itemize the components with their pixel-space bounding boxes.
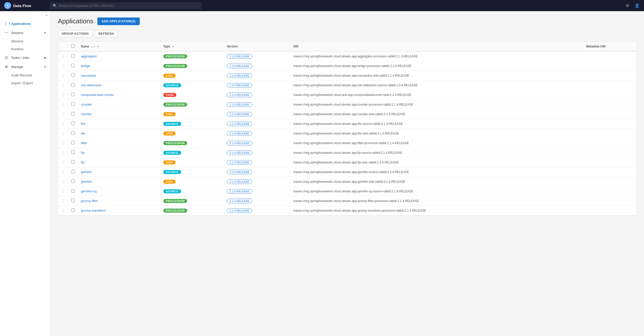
page-title: Applications xyxy=(58,17,93,25)
row-type-5: PROCESSOR xyxy=(160,100,224,109)
row-name-4: composed-task-runner xyxy=(78,90,160,100)
sidebar-sub-runtime[interactable]: Runtime xyxy=(11,45,50,53)
row-menu-0[interactable]: ⋮ xyxy=(58,51,68,61)
row-name-link-10[interactable]: ftp xyxy=(81,151,84,155)
name-sort-icons[interactable]: ▲▼ xyxy=(91,46,95,48)
refresh-button[interactable]: REFRESH xyxy=(95,30,118,37)
sidebar-item-applications[interactable]: ⋮⋮ Applications xyxy=(0,19,50,28)
row-uri-1: maven://org.springframework.cloud.stream… xyxy=(290,61,583,71)
sidebar-sub-import-export[interactable]: Import / Export xyxy=(11,79,50,87)
row-checkbox-10[interactable] xyxy=(71,150,75,154)
sidebar-sub-streams[interactable]: Streams xyxy=(11,37,50,45)
row-menu-16[interactable]: ⋮ xyxy=(58,206,68,215)
row-uri-16: maven://org.springframework.cloud.stream… xyxy=(290,206,583,215)
row-checkbox-cell-10 xyxy=(68,148,78,158)
row-checkbox-cell-5 xyxy=(68,100,78,109)
row-menu-3[interactable]: ⋮ xyxy=(58,80,68,90)
row-uri-10: maven://org.springframework.cloud.stream… xyxy=(290,148,583,158)
table-row: ⋮ file SOURCE 2.1.4.RELEASE maven://org.… xyxy=(58,119,637,129)
row-menu-6[interactable]: ⋮ xyxy=(58,109,68,119)
row-name-link-3[interactable]: cdc-debezium xyxy=(81,83,101,87)
row-menu-15[interactable]: ⋮ xyxy=(58,196,68,206)
row-name-link-13[interactable]: gemfire xyxy=(81,180,92,183)
row-name-link-15[interactable]: groovy-filter xyxy=(81,199,98,203)
tasks-icon: ☑ xyxy=(4,56,9,60)
row-checkbox-5[interactable] xyxy=(71,102,75,106)
logo-icon xyxy=(4,2,11,9)
row-checkbox-16[interactable] xyxy=(71,208,75,212)
user-icon[interactable]: 👤 xyxy=(634,3,640,8)
row-name-link-14[interactable]: gemfire-cq xyxy=(81,189,96,193)
row-name-link-6[interactable]: counter xyxy=(81,112,92,116)
row-checkbox-4[interactable] xyxy=(71,93,75,96)
row-name-link-9[interactable]: filter xyxy=(81,141,87,145)
row-checkbox-12[interactable] xyxy=(71,170,75,173)
row-checkbox-2[interactable] xyxy=(71,73,75,77)
row-checkbox-15[interactable] xyxy=(71,199,75,202)
manage-chevron-icon: ▼ xyxy=(44,65,46,68)
name-filter-icon[interactable]: ▼ xyxy=(97,45,99,48)
row-name-link-11[interactable]: ftp xyxy=(81,160,84,164)
row-name-link-1[interactable]: bridge xyxy=(81,64,90,68)
row-version-6: 2.1.4.RELEASE xyxy=(224,109,290,119)
applications-icon: ⋮⋮ xyxy=(4,22,9,26)
row-checkbox-9[interactable] xyxy=(71,141,75,144)
row-menu-7[interactable]: ⋮ xyxy=(58,119,68,129)
col-version-label: Version xyxy=(227,45,238,48)
row-checkbox-6[interactable] xyxy=(71,112,75,115)
row-name-1: bridge xyxy=(78,61,160,71)
topbar: Data Flow 🔍 ⚙ 👤 xyxy=(0,0,644,11)
row-menu-2[interactable]: ⋮ xyxy=(58,71,68,80)
row-checkbox-0[interactable] xyxy=(71,54,75,58)
row-menu-4[interactable]: ⋮ xyxy=(58,90,68,100)
sidebar-item-streams[interactable]: 〰 Streams ▼ xyxy=(0,28,50,37)
row-menu-13[interactable]: ⋮ xyxy=(58,177,68,187)
app-title: Data Flow xyxy=(13,4,31,8)
row-menu-10[interactable]: ⋮ xyxy=(58,148,68,158)
row-menu-5[interactable]: ⋮ xyxy=(58,100,68,109)
search-bar[interactable]: 🔍 xyxy=(50,2,202,9)
row-menu-1[interactable]: ⋮ xyxy=(58,61,68,71)
sidebar-item-tasks-jobs[interactable]: ☑ Tasks / Jobs ▶ xyxy=(0,53,50,62)
row-name-link-0[interactable]: aggregator xyxy=(81,54,97,58)
row-name-link-12[interactable]: gemfire xyxy=(81,170,92,174)
row-menu-12[interactable]: ⋮ xyxy=(58,167,68,177)
row-name-link-8[interactable]: file xyxy=(81,131,85,135)
sidebar-manage-sub: Audit Records Import / Export xyxy=(0,71,50,87)
row-name-link-2[interactable]: cassandra xyxy=(81,74,96,77)
row-checkbox-8[interactable] xyxy=(71,131,75,135)
sidebar-sub-audit-records[interactable]: Audit Records xyxy=(11,71,50,79)
row-name-link-4[interactable]: composed-task-runner xyxy=(81,93,114,97)
sidebar-item-manage[interactable]: ⚙ Manage ▼ xyxy=(0,62,50,71)
settings-icon[interactable]: ⚙ xyxy=(625,3,630,8)
sidebar-collapse-button[interactable]: « xyxy=(0,11,50,19)
row-version-badge-3: 1.0.4.RELEASE xyxy=(227,83,252,88)
row-menu-8[interactable]: ⋮ xyxy=(58,129,68,138)
row-checkbox-7[interactable] xyxy=(71,122,75,125)
row-name-link-16[interactable]: groovy-transform xyxy=(81,209,106,212)
table-row: ⋮ cdc-debezium SOURCE 1.0.4.RELEASE mave… xyxy=(58,80,637,90)
row-uri-6: maven://org.springframework.cloud.stream… xyxy=(290,109,583,119)
sidebar-label-tasks: Tasks / Jobs xyxy=(11,56,29,60)
main-layout: « ⋮⋮ Applications 〰 Streams ▼ Streams Ru… xyxy=(0,11,644,336)
row-checkbox-13[interactable] xyxy=(71,179,75,183)
type-filter-icon[interactable]: ▼ xyxy=(172,45,175,48)
group-actions-button[interactable]: GROUP ACTIONS xyxy=(58,30,93,37)
select-all-checkbox[interactable] xyxy=(71,44,75,48)
row-checkbox-14[interactable] xyxy=(71,189,75,193)
row-menu-14[interactable]: ⋮ xyxy=(58,187,68,196)
row-version-badge-14: 2.1.6.RELEASE xyxy=(227,189,252,194)
row-checkbox-3[interactable] xyxy=(71,83,75,87)
row-menu-9[interactable]: ⋮ xyxy=(58,138,68,148)
row-checkbox-11[interactable] xyxy=(71,160,75,164)
row-name-link-5[interactable]: counter xyxy=(81,103,92,106)
table-row: ⋮ groovy-transform PROCESSOR 2.1.4.RELEA… xyxy=(58,206,637,215)
row-menu-11[interactable]: ⋮ xyxy=(58,158,68,167)
add-applications-button[interactable]: ADD APPLICATION(S) xyxy=(97,18,140,25)
search-input[interactable] xyxy=(59,4,199,8)
row-checkbox-1[interactable] xyxy=(71,64,75,67)
row-name-link-7[interactable]: file xyxy=(81,122,85,126)
row-type-4: TASK xyxy=(160,90,224,100)
row-type-badge-0: PROCESSOR xyxy=(163,54,187,58)
row-uri-2: maven://org.springframework.cloud.stream… xyxy=(290,71,583,80)
